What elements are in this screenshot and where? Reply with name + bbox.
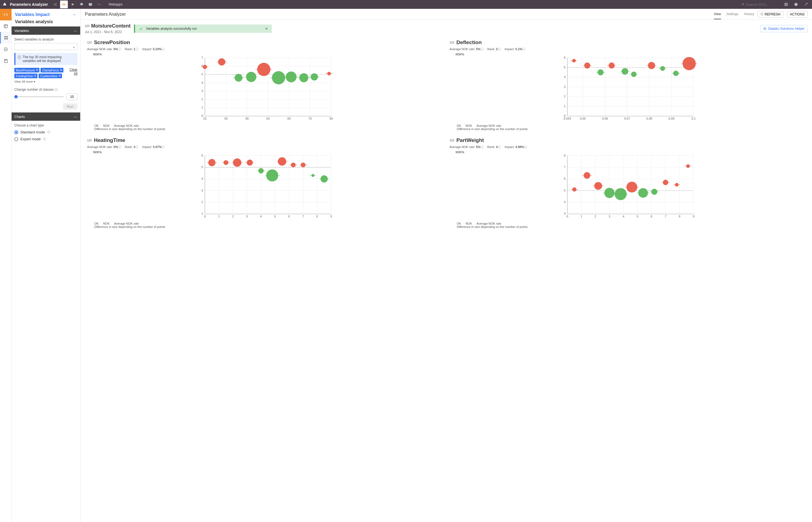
svg-text:2: 2 <box>202 200 203 204</box>
clear-link[interactable]: Clear <box>69 68 78 72</box>
breadcrumb[interactable]: Variables Impact <box>15 12 49 17</box>
leftbar-dashboard-icon[interactable] <box>0 20 12 32</box>
leftbar-code-icon[interactable] <box>0 9 12 20</box>
info-icon[interactable]: ⓘ <box>47 130 50 134</box>
info-icon[interactable]: ⓘ <box>55 88 58 91</box>
svg-text:3: 3 <box>609 215 610 218</box>
refresh-button[interactable]: REFRESH <box>757 11 783 18</box>
actions-button[interactable]: ACTIONS <box>787 11 808 18</box>
run-button[interactable]: Run <box>63 103 78 110</box>
chart-card: 123HeatingTime Average NOK rate: 5%ⓘ Ran… <box>87 137 443 228</box>
sidebar: Variables Impact ← Variables analysis Va… <box>12 9 80 522</box>
svg-point-26 <box>4 48 7 51</box>
more-icon[interactable] <box>95 1 103 8</box>
svg-point-130 <box>673 71 678 76</box>
leftbar-tasks-icon[interactable] <box>0 43 12 55</box>
info-icon[interactable]: ⓘ <box>135 145 138 148</box>
svg-rect-5 <box>89 3 92 5</box>
svg-point-118 <box>597 69 604 76</box>
leftbar-save-icon[interactable] <box>0 55 12 67</box>
info-icon[interactable]: ⓘ <box>522 47 525 51</box>
svg-point-8 <box>100 4 101 5</box>
svg-text:7: 7 <box>202 56 203 59</box>
info-icon[interactable]: ⓘ <box>118 47 121 51</box>
help-icon[interactable] <box>792 1 800 8</box>
variables-section-header[interactable]: Variables ︿ <box>12 26 80 35</box>
expand-icon[interactable] <box>802 1 810 8</box>
info-icon[interactable]: ⓘ <box>481 145 484 148</box>
svg-text:6: 6 <box>564 177 566 180</box>
chip-remove-icon[interactable]: ✕ <box>60 68 62 72</box>
chart-plot[interactable]: 01234560.0430.050.060.070.080.090.1 <box>450 56 805 122</box>
filter-chip[interactable]: ClampForce✕ <box>41 68 63 73</box>
svg-text:1: 1 <box>202 106 203 109</box>
global-search[interactable] <box>742 2 779 7</box>
chart-title-text: HeatingTime <box>94 137 125 143</box>
all-link[interactable]: All <box>69 72 78 76</box>
svg-point-23 <box>7 36 8 37</box>
svg-text:9: 9 <box>693 215 694 218</box>
info-icon[interactable]: ⓘ <box>162 145 165 148</box>
variables-select[interactable]: ⌄ <box>14 43 78 50</box>
info-icon[interactable]: ⓘ <box>498 47 501 51</box>
info-icon[interactable]: ⓘ <box>118 145 121 148</box>
project-title[interactable]: Parameters Analyzer <box>10 2 48 7</box>
tab-settings[interactable]: Settings <box>727 9 738 19</box>
chart-mode-radio[interactable]: Expert modeⓘ <box>14 137 78 141</box>
info-icon[interactable]: ⓘ <box>524 145 527 148</box>
charts-section-header[interactable]: Charts ︿ <box>12 113 80 121</box>
svg-text:3: 3 <box>246 215 248 218</box>
chart-mode-radio[interactable]: Standard modeⓘ <box>14 130 78 134</box>
svg-point-240 <box>651 189 657 195</box>
close-icon[interactable]: ✕ <box>265 27 268 31</box>
info-icon[interactable]: ⓘ <box>498 145 501 148</box>
svg-point-234 <box>615 188 627 200</box>
chart-plot[interactable]: 1234560123456789 <box>87 154 443 220</box>
svg-text:4: 4 <box>623 215 624 218</box>
app-logo-icon[interactable] <box>2 2 8 7</box>
svg-rect-15 <box>787 4 788 5</box>
svg-rect-10 <box>785 3 785 4</box>
filter-chip[interactable]: CushionSize✕ <box>39 74 62 78</box>
info-icon[interactable]: ⓘ <box>43 137 46 141</box>
chart-legend: OKNOKAverage NOK rate <box>94 222 443 225</box>
info-icon[interactable]: ⓘ <box>135 47 138 51</box>
code-tab-icon[interactable] <box>60 1 68 8</box>
apps-grid-icon[interactable] <box>782 1 790 8</box>
tab-history[interactable]: History <box>744 9 754 19</box>
search-input[interactable] <box>746 2 779 7</box>
solutions-helper-button[interactable]: Dataiku Solutions Helper <box>760 25 808 32</box>
chart-plot[interactable]: 3456780123456789 <box>450 154 805 220</box>
webapps-tag[interactable]: Webapps <box>108 2 122 6</box>
back-arrow-icon[interactable]: ← <box>73 12 77 17</box>
leftbar-analysis-icon[interactable] <box>0 32 12 43</box>
svg-text:6: 6 <box>564 56 566 59</box>
svg-point-189 <box>321 175 328 182</box>
info-icon[interactable]: ⓘ <box>481 47 484 51</box>
content-tabs: ViewSettingsHistory <box>714 9 754 19</box>
svg-text:4: 4 <box>564 200 566 204</box>
chart-plot[interactable]: 0123456720304050607080 <box>87 56 443 122</box>
svg-rect-18 <box>787 5 788 6</box>
svg-text:0.1: 0.1 <box>692 117 696 120</box>
classes-input[interactable] <box>66 94 78 100</box>
view-more-link[interactable]: View 34 more ▾ <box>14 80 78 83</box>
chip-remove-icon[interactable]: ✕ <box>34 74 36 78</box>
svg-text:5: 5 <box>274 215 276 218</box>
chip-remove-icon[interactable]: ✕ <box>58 74 61 78</box>
filter-chip[interactable]: CoolingTime✕ <box>14 74 38 78</box>
search-icon <box>742 3 745 6</box>
y-axis-label: NOK% <box>455 53 805 56</box>
filter-chip[interactable]: BackPressure✕ <box>14 68 39 73</box>
classes-slider[interactable] <box>14 96 64 97</box>
print-icon[interactable] <box>78 1 85 8</box>
share-icon[interactable] <box>51 1 59 8</box>
browser-icon[interactable] <box>86 1 94 8</box>
svg-point-71 <box>257 63 270 76</box>
svg-point-79 <box>311 73 318 80</box>
chip-remove-icon[interactable]: ✕ <box>36 68 38 72</box>
tab-view[interactable]: View <box>714 9 721 19</box>
play-icon[interactable] <box>69 1 77 8</box>
info-banner: ⓘ The top 30 most impacting variables wi… <box>14 53 78 65</box>
info-icon[interactable]: ⓘ <box>162 47 165 51</box>
